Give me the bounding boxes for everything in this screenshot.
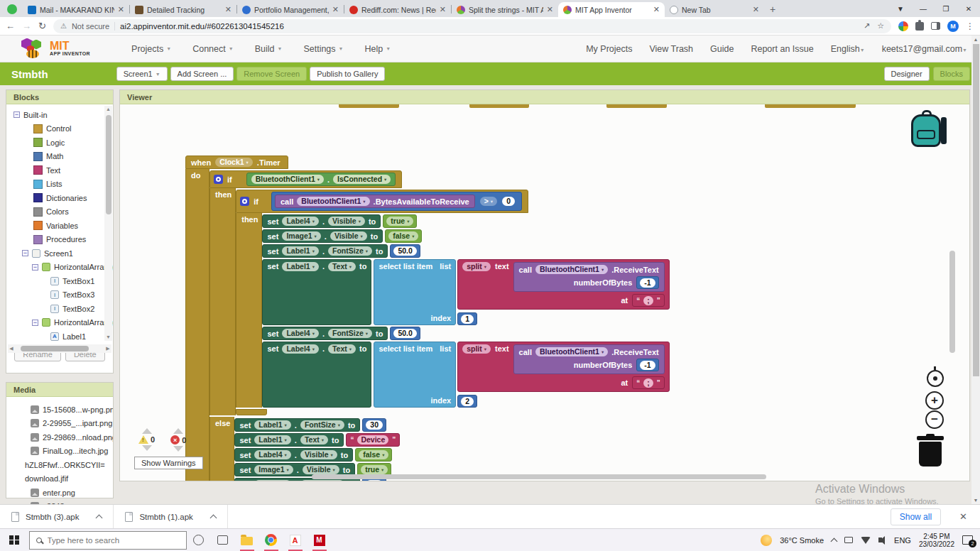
hidden-icons-chevron[interactable]	[831, 538, 838, 545]
index-number-block[interactable]: 2	[457, 395, 477, 408]
zoom-out-button[interactable]: −	[925, 410, 944, 429]
palette-category-lists[interactable]: Lists	[6, 178, 113, 192]
index-number-block[interactable]: 1	[457, 312, 477, 325]
receive-text-call-block[interactable]: callBluetoothClient1.ReceiveText numberO…	[513, 262, 665, 292]
reload-button[interactable]: ↻	[38, 21, 46, 31]
number-field[interactable]: 20	[366, 480, 383, 481]
mutator-gear-icon[interactable]	[240, 197, 249, 206]
tree-node-horizontal-arrangement-2[interactable]: HorizontalArrangemer	[6, 316, 113, 330]
property-dropdown[interactable]: FontSize	[300, 480, 344, 481]
keyboard-language[interactable]: ENG	[894, 536, 911, 545]
tree-node-builtin[interactable]: Built-in	[6, 108, 113, 122]
media-file[interactable]: 15-15608...w-png.png	[6, 403, 113, 417]
scroll-up-icon[interactable]: ▲	[104, 106, 112, 113]
number-field[interactable]: -1	[640, 361, 655, 370]
add-screen-button[interactable]: Add Screen ...	[170, 67, 234, 81]
publish-to-gallery-button[interactable]: Publish to Gallery	[310, 67, 385, 81]
url-text[interactable]: ai2.appinventor.mit.edu/#602261304154521…	[120, 22, 284, 31]
component-dropdown[interactable]: Label4	[282, 217, 319, 226]
menu-settings[interactable]: Settings▼	[303, 44, 343, 54]
string-field[interactable]: ;	[643, 378, 653, 388]
collapse-icon[interactable]	[22, 250, 28, 256]
set-label4-text-block[interactable]: setLabel4.Textto select list itemlist in…	[262, 342, 669, 408]
show-all-downloads-button[interactable]: Show all	[891, 508, 941, 525]
property-dropdown[interactable]: Visible	[328, 217, 365, 226]
bookmark-star-icon[interactable]: ☆	[877, 21, 884, 31]
side-panel-icon[interactable]	[931, 22, 940, 30]
device-string-block[interactable]: “Device”	[346, 433, 400, 447]
weather-icon[interactable]	[761, 535, 772, 546]
palette-category-control[interactable]: Control	[6, 122, 113, 136]
media-file[interactable]: download.jfif	[6, 472, 113, 486]
number-field[interactable]: 0	[502, 197, 515, 206]
logic-true-block[interactable]: true	[383, 214, 417, 228]
component-dropdown[interactable]: Label4	[254, 480, 291, 481]
split-dropdown[interactable]: split	[462, 262, 491, 271]
forward-button[interactable]: →	[22, 21, 31, 31]
media-file[interactable]: hZL8Ffwf...ORK5CYII=	[6, 458, 113, 472]
blocks-toggle-button[interactable]: Blocks	[933, 67, 970, 81]
scroll-down-icon[interactable]: ▼	[971, 496, 980, 504]
scrollbar-thumb[interactable]	[21, 346, 89, 351]
tree-node-textbox3[interactable]: ITextBox3	[6, 288, 113, 302]
property-dropdown[interactable]: Visible	[303, 465, 339, 474]
tab-portfolio[interactable]: Portfolio Management, Portfoli ✕	[237, 2, 344, 17]
set-label1-fontsize-block[interactable]: setLabel1.FontSizeto 30	[234, 418, 386, 432]
number-field[interactable]: 50.0	[393, 329, 416, 338]
string-field[interactable]: ;	[643, 296, 653, 305]
component-dropdown[interactable]: BluetoothClient1	[535, 347, 608, 356]
chevron-up-icon[interactable]	[209, 514, 217, 521]
property-dropdown[interactable]: Text	[328, 344, 356, 354]
when-block-header[interactable]: when Clock1 .Timer	[185, 156, 288, 169]
media-file[interactable]: 2-29955_...ipart.png	[6, 417, 113, 431]
component-dropdown[interactable]: Label4	[282, 329, 319, 338]
whatsapp-pinned-icon[interactable]	[7, 4, 17, 14]
split-block[interactable]: split text callBluetoothClient1.ReceiveT…	[457, 342, 670, 392]
tree-node-screen1[interactable]: Screen1	[6, 246, 113, 261]
set-image1-visible-block[interactable]: setImage1.Visibleto false	[262, 229, 422, 243]
select-list-item-block[interactable]: select list itemlist index	[374, 342, 669, 408]
search-input[interactable]	[48, 536, 168, 545]
tablet-mode-icon[interactable]	[844, 537, 853, 543]
scrollbar-thumb[interactable]	[106, 115, 111, 214]
menu-projects[interactable]: Projects▼	[131, 44, 171, 54]
menu-help[interactable]: Help▼	[365, 44, 391, 54]
tab-split-strings[interactable]: Split the strings - MIT App Inve ✕	[452, 2, 558, 17]
canvas-horizontal-scrollbar[interactable]	[312, 474, 766, 479]
window-minimize-button[interactable]: —	[912, 0, 935, 17]
component-dropdown[interactable]: Label1	[254, 435, 291, 444]
trash-can-icon[interactable]	[917, 434, 944, 467]
palette-category-variables[interactable]: Variables	[6, 219, 113, 233]
component-dropdown[interactable]: BluetoothClient1	[297, 197, 369, 206]
window-restore-button[interactable]: ❐	[935, 0, 957, 17]
palette-category-colors[interactable]: Colors	[6, 205, 113, 219]
string-field[interactable]: Device	[357, 435, 388, 444]
logic-dropdown[interactable]: false	[388, 231, 418, 241]
expand-errors-arrow-icon[interactable]	[173, 446, 183, 452]
component-dropdown[interactable]: Image1	[254, 465, 293, 474]
tab-mit-app-inventor-active[interactable]: MIT App Inventor ✕	[558, 2, 665, 17]
chevron-up-icon[interactable]	[96, 514, 103, 521]
collapse-errors-arrow-icon[interactable]	[173, 428, 183, 434]
show-warnings-button[interactable]: Show Warnings	[134, 457, 203, 469]
set-label1-text-device-block[interactable]: setLabel1.Textto “Device”	[234, 433, 400, 447]
task-view-button[interactable]	[211, 529, 235, 551]
tree-node-label1[interactable]: ALabel1	[6, 329, 113, 344]
number-field[interactable]: 2	[461, 397, 474, 406]
number-field[interactable]: -1	[640, 278, 655, 288]
clock-dropdown[interactable]: Clock1	[215, 158, 253, 167]
set-label4-visible-block[interactable]: setLabel4.Visibleto true	[262, 214, 417, 228]
component-dropdown[interactable]: Label4	[282, 344, 319, 354]
clipped-block[interactable]	[765, 104, 856, 108]
collapse-warnings-arrow-icon[interactable]	[142, 428, 152, 434]
profile-avatar[interactable]: M	[947, 21, 959, 32]
if-header[interactable]: if BluetoothClient1 . IsConnected	[209, 170, 402, 188]
designer-toggle-button[interactable]: Designer	[884, 67, 930, 81]
tab-close-icon[interactable]: ✕	[753, 5, 759, 14]
blocks-canvas[interactable]: when Clock1 .Timer do if	[120, 104, 969, 481]
window-close-button[interactable]: ✕	[957, 0, 980, 17]
set-label4-fontsize-block[interactable]: setLabel4.FontSizeto 50.0	[262, 327, 420, 340]
logic-false-block[interactable]: false	[355, 448, 392, 462]
chrome-button[interactable]	[259, 529, 283, 551]
property-dropdown[interactable]: Text	[328, 262, 356, 271]
